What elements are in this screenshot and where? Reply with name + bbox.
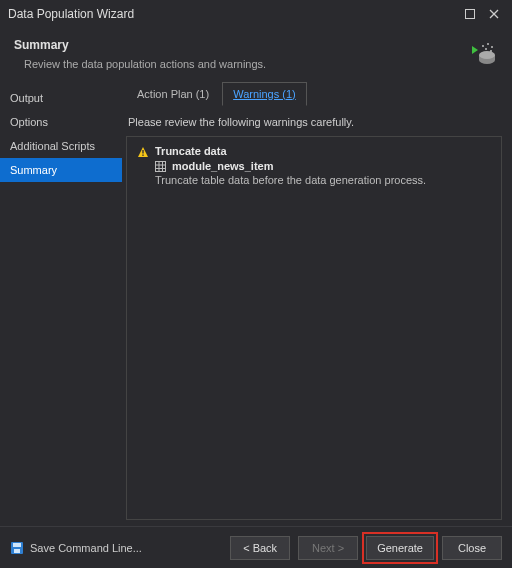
warnings-list: Truncate data module_news_item Truncate … — [126, 136, 502, 520]
warning-description: Truncate table data before the data gene… — [155, 174, 491, 186]
generate-button[interactable]: Generate — [366, 536, 434, 560]
svg-point-11 — [490, 50, 492, 52]
back-button[interactable]: < Back — [230, 536, 290, 560]
tab-action-plan[interactable]: Action Plan (1) — [126, 82, 220, 106]
warning-title: Truncate data — [155, 145, 227, 157]
svg-rect-21 — [13, 543, 21, 547]
svg-point-7 — [482, 45, 484, 47]
table-icon — [155, 161, 166, 172]
window-title: Data Population Wizard — [8, 7, 456, 21]
svg-rect-0 — [466, 10, 475, 19]
sidebar-item-additional-scripts[interactable]: Additional Scripts — [0, 134, 122, 158]
close-window-button[interactable] — [484, 4, 504, 24]
svg-rect-13 — [142, 150, 143, 154]
sidebar-item-summary[interactable]: Summary — [0, 158, 122, 182]
next-button: Next > — [298, 536, 358, 560]
save-icon — [10, 541, 24, 555]
instruction-text: Please review the following warnings car… — [128, 116, 502, 128]
save-command-line-label: Save Command Line... — [30, 542, 142, 554]
maximize-button[interactable] — [460, 4, 480, 24]
svg-point-10 — [485, 48, 487, 50]
save-command-line-button[interactable]: Save Command Line... — [10, 541, 142, 555]
warning-icon — [137, 146, 149, 158]
svg-rect-15 — [156, 161, 166, 171]
sidebar-item-output[interactable]: Output — [0, 86, 122, 110]
tab-strip: Action Plan (1) Warnings (1) — [126, 82, 502, 106]
close-button[interactable]: Close — [442, 536, 502, 560]
wizard-header: Summary Review the data population actio… — [0, 28, 512, 80]
title-bar: Data Population Wizard — [0, 0, 512, 28]
wizard-footer: Save Command Line... < Back Next > Gener… — [0, 526, 512, 568]
svg-rect-22 — [14, 549, 20, 553]
svg-point-6 — [479, 51, 495, 59]
sidebar-item-options[interactable]: Options — [0, 110, 122, 134]
page-title: Summary — [14, 38, 470, 52]
svg-point-9 — [491, 46, 493, 48]
wizard-icon — [470, 40, 498, 68]
warning-object-name: module_news_item — [172, 160, 273, 172]
wizard-steps-sidebar: Output Options Additional Scripts Summar… — [0, 80, 122, 526]
svg-marker-3 — [472, 46, 478, 54]
svg-point-8 — [487, 43, 489, 45]
svg-rect-14 — [142, 155, 143, 156]
content-area: Action Plan (1) Warnings (1) Please revi… — [122, 80, 506, 526]
page-description: Review the data population actions and w… — [24, 58, 470, 70]
tab-warnings[interactable]: Warnings (1) — [222, 82, 307, 106]
